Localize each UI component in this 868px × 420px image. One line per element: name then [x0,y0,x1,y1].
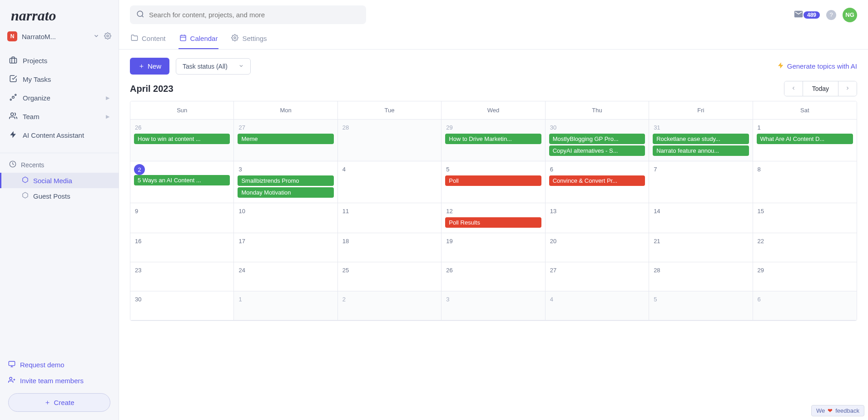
task-status-select[interactable]: Task status (All) [176,58,251,75]
calendar-cell[interactable]: 4 [546,291,649,320]
user-avatar[interactable]: NG [843,8,857,22]
calendar-event[interactable]: Monday Motivation [238,187,333,198]
feedback-widget[interactable]: We ❤ feedback [811,405,864,416]
clock-icon [9,160,16,169]
day-number: 1 [238,294,243,305]
create-button[interactable]: ＋ Create [8,393,110,412]
search-input[interactable] [149,11,360,19]
calendar-cell[interactable]: 30MostlyBlogging GP Pro...CopyAI alterna… [546,120,649,161]
calendar-cell[interactable]: 27 [546,262,649,291]
folder-icon [131,34,138,43]
calendar-cell[interactable]: 25 [338,262,441,291]
calendar-event[interactable]: CopyAI alternatives - S... [549,145,645,156]
calendar-cell[interactable]: 16 [130,233,234,262]
calendar-cell[interactable]: 1 [234,291,337,320]
recent-item-social-media[interactable]: Social Media [0,173,119,188]
workspace-switcher[interactable]: N NarratoM... [0,28,119,47]
calendar-cell[interactable]: 15 [753,203,857,233]
calendar-event[interactable]: What Are AI Content D... [757,134,853,144]
calendar-cell[interactable]: 26 [441,262,545,291]
chevron-down-icon[interactable] [93,33,99,40]
calendar-cell[interactable]: 6 [753,291,857,320]
calendar-cell[interactable]: 28 [649,262,753,291]
day-number: 6 [757,294,762,305]
nav-my-tasks[interactable]: My Tasks [0,70,119,89]
calendar-dow-header: Mon [234,101,337,120]
calendar-cell[interactable]: 28 [338,120,441,161]
calendar-cell[interactable]: 10 [234,203,337,233]
svg-point-5 [11,113,14,115]
calendar-cell[interactable]: 5 [649,291,753,320]
request-demo-link[interactable]: Request demo [8,357,110,373]
calendar-cell[interactable]: 2 [338,291,441,320]
calendar-event[interactable]: Meme [238,134,333,144]
day-number: 25 [342,265,350,276]
calendar-cell[interactable]: 29 [753,262,857,291]
calendar-cell[interactable]: 24 [234,262,337,291]
calendar-cell[interactable]: 26How to win at content ... [130,120,234,161]
tab-calendar[interactable]: Calendar [179,30,219,49]
calendar-cell[interactable]: 17 [234,233,337,262]
calendar-cell[interactable]: 11 [338,203,441,233]
calendar-cell[interactable]: 21 [649,233,753,262]
calendar-cell[interactable]: 12Poll Results [441,203,545,233]
recent-item-guest-posts[interactable]: Guest Posts [0,188,119,204]
brand-logo[interactable]: narrato [0,0,119,28]
generate-topics-link[interactable]: Generate topics with AI [777,62,857,70]
calendar-cell[interactable]: 8 [753,161,857,203]
calendar-cell[interactable]: 25 Ways an AI Content ... [130,161,234,203]
calendar-cell[interactable]: 1What Are AI Content D... [753,120,857,161]
calendar-cell[interactable]: 29How to Drive Marketin... [441,120,545,161]
search-box[interactable] [130,5,366,24]
calendar-cell[interactable]: 14 [649,203,753,233]
calendar-cell[interactable]: 6Convince & Convert Pr... [546,161,649,203]
calendar-cell[interactable]: 4 [338,161,441,203]
new-button[interactable]: ＋ New [130,58,169,75]
calendar-cell[interactable]: 31Rocketlane case study...Narrato featur… [649,120,753,161]
calendar-event[interactable]: Rocketlane case study... [653,134,749,144]
tab-label: Calendar [190,35,218,42]
svg-line-14 [142,15,143,17]
day-number: 3 [445,294,450,305]
calendar-cell[interactable]: 13 [546,203,649,233]
tab-content[interactable]: Content [130,30,167,49]
tab-settings[interactable]: Settings [230,30,268,49]
invite-team-link[interactable]: Invite team members [8,373,110,389]
calendar-event[interactable]: How to Drive Marketin... [445,134,541,144]
calendar-cell[interactable]: 7 [649,161,753,203]
calendar-event[interactable]: Poll Results [445,217,541,228]
help-button[interactable]: ? [826,10,836,20]
calendar-event[interactable]: Convince & Convert Pr... [549,175,645,186]
calendar-cell[interactable]: 27Meme [234,120,337,161]
button-label: Create [54,399,74,406]
calendar-cell[interactable]: 30 [130,291,234,320]
calendar-event[interactable]: Poll [445,175,541,186]
calendar-cell[interactable]: 9 [130,203,234,233]
nav-projects[interactable]: Projects [0,51,119,70]
chevron-right-icon: ▶ [106,114,109,120]
calendar-cell[interactable]: 3Smallbiztrends PromoMonday Motivation [234,161,337,203]
next-month-button[interactable] [838,81,857,96]
prev-month-button[interactable] [784,81,803,96]
inbox-button[interactable]: 489 [794,9,820,20]
gear-icon[interactable] [104,32,111,41]
today-button[interactable]: Today [803,81,838,96]
calendar-cell[interactable]: 23 [130,262,234,291]
calendar-event[interactable]: 5 Ways an AI Content ... [134,175,230,185]
calendar-cell[interactable]: 3 [441,291,545,320]
nav-team[interactable]: Team ▶ [0,107,119,126]
nav-organize[interactable]: Organize ▶ [0,89,119,107]
calendar-event[interactable]: MostlyBlogging GP Pro... [549,134,645,144]
link-label: Invite team members [20,377,84,385]
calendar-event[interactable]: How to win at content ... [134,134,230,144]
day-number: 3 [238,164,243,175]
calendar-event[interactable]: Narrato feature annou... [653,145,749,156]
calendar-cell[interactable]: 18 [338,233,441,262]
calendar-event[interactable]: Smallbiztrends Promo [238,175,333,186]
calendar-cell[interactable]: 22 [753,233,857,262]
calendar-cell[interactable]: 19 [441,233,545,262]
nav-ai-assistant[interactable]: AI Content Assistant [0,126,119,145]
calendar-cell[interactable]: 20 [546,233,649,262]
calendar-cell[interactable]: 5Poll [441,161,545,203]
team-icon [9,112,17,121]
